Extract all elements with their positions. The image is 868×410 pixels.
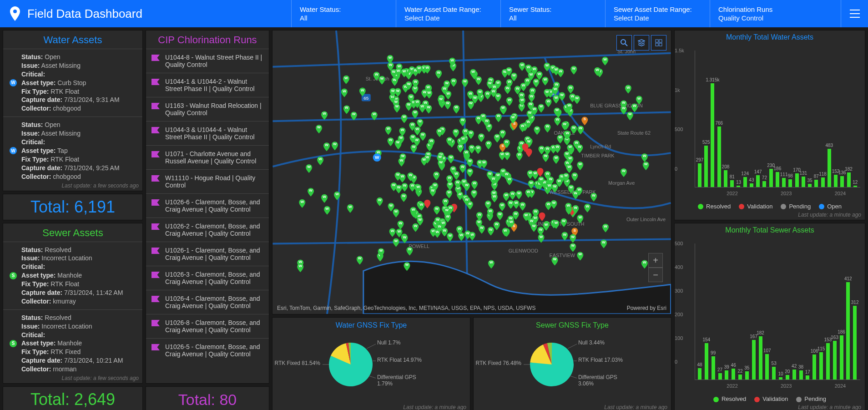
svg-text:W: W [325,207,329,211]
header-filter-4[interactable]: Chlorination RunsQuality Control [710,0,814,27]
cip-item[interactable]: U1026-5 - Claremont, Bosse, and Craig Av… [146,338,269,362]
bars: 4815499273946223516718210753102042381710… [695,243,860,380]
legend-item[interactable]: Validation [754,395,788,402]
header-filter-3[interactable]: Sewer Asset Date Range:Select Date [605,0,710,27]
svg-text:W: W [396,140,400,144]
cip-item[interactable]: W11110 - Hogue Road | Quality Control [146,169,269,193]
map-search-button[interactable] [616,35,632,51]
svg-text:W: W [546,147,550,151]
svg-text:W: W [622,169,626,173]
header-filter-2[interactable]: Sewer Status:All [500,0,605,27]
svg-text:W: W [530,72,533,76]
cip-item[interactable]: U1044-8 - Walnut Street Phase II | Quali… [146,49,269,73]
cip-item[interactable]: U1026-3 - Claremont, Bosse, and Craig Av… [146,266,269,290]
svg-text:W: W [555,67,558,71]
map-canvas[interactable]: St. JohnSt. JosephOAKHILLBLUE GRASS PIGE… [273,30,671,314]
svg-text:W: W [490,260,493,264]
svg-text:W: W [486,201,490,205]
svg-text:W: W [469,101,473,105]
svg-text:Lynch Rd: Lynch Rd [590,144,611,149]
header: Field Data Dashboard Water Status:AllWat… [0,0,868,27]
menu-button[interactable] [841,0,868,27]
svg-text:W: W [553,257,557,261]
zoom-in-button[interactable]: + [648,253,663,268]
layers-icon [638,39,645,46]
svg-text:W: W [443,228,446,233]
svg-text:W: W [323,195,326,199]
svg-text:W: W [546,172,550,176]
svg-text:W: W [643,260,646,264]
sewer-asset-list[interactable]: SStatus: ResolvedIssue: Incorrect Locati… [3,242,142,375]
svg-text:W: W [622,101,626,105]
cip-item[interactable]: U1044-3 & U1044-4 - Walnut Street Phase … [146,121,269,145]
svg-text:W: W [444,199,447,203]
cip-item[interactable]: U1026-8 - Claremont, Bosse, and Craig Av… [146,314,269,338]
bars: 2975251.315k7662088113124431477223018611… [695,51,860,187]
cip-item[interactable]: U1071 - Charlotte Avenue and Russell Ave… [146,145,269,169]
svg-text:W: W [387,127,390,131]
header-filter-0[interactable]: Water Status:All [291,0,396,27]
svg-text:UNIVERSITY SOUTH: UNIVERSITY SOUTH [536,221,585,227]
cip-item[interactable]: U1026-4 - Claremont, Bosse, and Craig Av… [146,290,269,314]
asset-item[interactable]: SStatus: ResolvedIssue: Incorrect Locati… [3,242,142,309]
cip-item[interactable]: U1163 - Walnut Road Relocation | Quality… [146,97,269,121]
svg-text:W: W [352,112,356,116]
svg-text:W: W [401,128,404,132]
svg-text:W: W [401,154,405,158]
map-panel[interactable]: St. JohnSt. JosephOAKHILLBLUE GRASS PIGE… [272,30,671,314]
svg-text:W: W [375,72,378,76]
cip-item[interactable]: U1026-1 - Claremont, Bosse, and Craig Av… [146,242,269,266]
svg-text:W: W [435,207,439,211]
cip-list[interactable]: U1044-8 - Walnut Street Phase II | Quali… [146,49,269,383]
svg-line-446 [570,376,577,378]
map-basemap-button[interactable] [651,35,666,51]
svg-text:W: W [508,98,511,102]
asset-item[interactable]: WStatus: OpenIssue: Asset MissingCritica… [3,116,142,181]
svg-text:W: W [534,171,537,175]
svg-text:W: W [454,105,458,109]
sewer-bar-update: Last update: a minute ago [675,403,865,410]
cip-item[interactable]: U1044-1 & U1044-2 - Walnut Street Phase … [146,73,269,97]
legend-item[interactable]: Pending [781,203,811,210]
svg-text:W: W [396,172,400,177]
svg-text:W: W [486,91,490,96]
water-asset-list[interactable]: WStatus: OpenIssue: Asset MissingCritica… [3,49,142,182]
svg-text:W: W [555,221,558,225]
cip-item[interactable]: U1026-6 - Claremont, Bosse, and Craig Av… [146,193,269,218]
hamburger-icon [850,10,860,18]
svg-text:Outer Lincoln Ave: Outer Lincoln Ave [626,217,666,222]
svg-text:W: W [515,201,518,205]
svg-text:W: W [514,212,518,216]
svg-text:W: W [437,71,440,75]
map-layers-button[interactable] [634,35,649,51]
svg-text:W: W [485,119,489,123]
svg-text:State Route 62: State Route 62 [617,130,651,136]
svg-text:W: W [335,192,339,196]
svg-text:W: W [533,67,536,71]
legend-item[interactable]: Validation [739,203,772,210]
zoom-out-button[interactable]: − [648,268,663,282]
asset-item[interactable]: SStatus: ResolvedIssue: Incorrect Locati… [3,309,142,374]
svg-text:W: W [521,202,525,207]
svg-text:W: W [545,223,548,227]
header-filter-1[interactable]: Water Asset Date Range:Select Date [396,0,500,27]
sewer-bar-chart[interactable]: 0100200300400500481549927394622351671821… [675,235,865,394]
map-powered-by: Powered by Esri [627,305,666,311]
svg-text:W: W [414,80,418,84]
svg-text:W: W [540,104,543,108]
asset-item[interactable]: WStatus: OpenIssue: Asset MissingCritica… [3,49,142,116]
svg-text:W: W [446,101,449,105]
svg-text:W: W [428,91,431,95]
cip-item[interactable]: U1026-2 - Claremont, Bosse, and Craig Av… [146,218,269,242]
svg-text:W: W [318,157,322,161]
svg-text:W: W [396,89,400,93]
legend-item[interactable]: Resolved [698,203,731,210]
svg-text:W: W [465,197,469,202]
legend-item[interactable]: Open [819,203,842,210]
legend-item[interactable]: Pending [796,395,826,402]
svg-text:W: W [566,131,570,135]
legend-item[interactable]: Resolved [713,395,746,402]
water-bar-chart[interactable]: 05001k1.5k2975251.315k766208811312443147… [675,42,865,201]
svg-text:W: W [571,94,575,98]
svg-text:W: W [549,177,553,181]
